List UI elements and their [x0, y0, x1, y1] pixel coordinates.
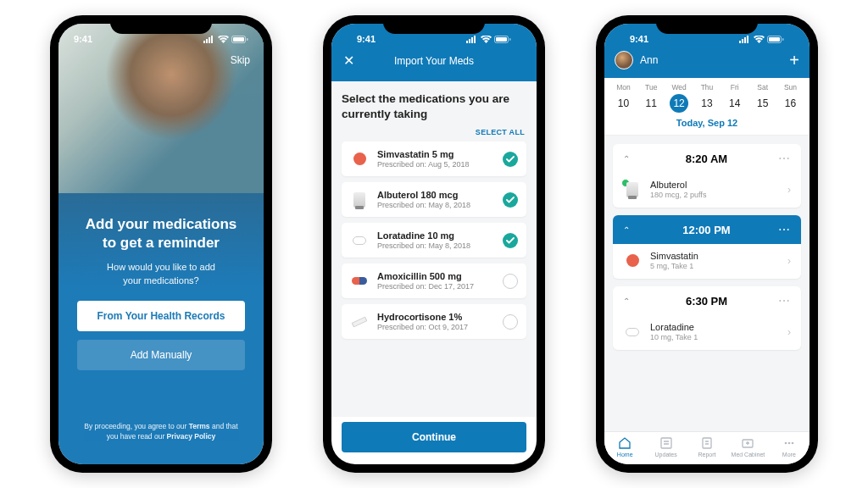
med-name: Loratadine 10 mg: [377, 230, 494, 241]
more-icon[interactable]: ⋯: [778, 294, 791, 308]
status-time: 9:41: [630, 34, 648, 44]
chevron-right-icon: ›: [787, 184, 791, 196]
signal-icon: [739, 36, 751, 43]
wifi-icon: [218, 36, 229, 43]
svg-rect-8: [469, 39, 470, 43]
user-profile[interactable]: Ann: [615, 51, 658, 69]
header-title: Import Your Meds: [394, 55, 474, 67]
svg-rect-9: [471, 37, 473, 43]
calendar-day[interactable]: Thu13: [695, 83, 719, 113]
tab-icon: [727, 436, 768, 450]
time-slot: ⌃12:00 PM⋯Simvastatin5 mg, Take 1›: [613, 215, 801, 279]
svg-rect-12: [496, 37, 507, 42]
tab-icon: [645, 436, 686, 450]
terms-link[interactable]: Terms: [189, 422, 210, 430]
add-icon[interactable]: +: [789, 52, 799, 69]
slot-time: 12:00 PM: [635, 224, 778, 236]
tab-report[interactable]: Report: [687, 436, 727, 458]
med-prescribed: Prescribed on: Oct 9, 2017: [377, 323, 494, 331]
select-all-button[interactable]: SELECT ALL: [343, 128, 525, 136]
calendar-day[interactable]: Mon10: [611, 83, 635, 113]
onboarding-title: Add your medications to get a reminder: [77, 215, 245, 252]
privacy-link[interactable]: Privacy Policy: [167, 432, 216, 441]
slot-header[interactable]: ⌃6:30 PM⋯: [613, 286, 801, 315]
phone-onboarding: 9:41 Skip Add your medications to get a …: [50, 15, 272, 473]
tab-more[interactable]: More: [769, 436, 810, 458]
close-icon[interactable]: ✕: [343, 54, 354, 68]
skip-button[interactable]: Skip: [231, 54, 250, 66]
slot-time: 8:20 AM: [635, 152, 778, 165]
tab-updates[interactable]: Updates: [645, 436, 686, 458]
med-prescribed: Prescribed on: May 8, 2018: [377, 201, 494, 209]
tab-label: More: [769, 452, 810, 458]
add-manually-button[interactable]: Add Manually: [77, 340, 245, 370]
med-name: Hydrocortisone 1%: [377, 312, 494, 322]
status-icons: [739, 36, 784, 43]
tab-icon: [687, 436, 727, 450]
tab-home[interactable]: Home: [604, 436, 645, 458]
select-checkbox[interactable]: [503, 192, 518, 208]
from-health-records-button[interactable]: From Your Health Records: [77, 301, 245, 331]
svg-rect-3: [211, 36, 213, 43]
select-checkbox[interactable]: [503, 274, 518, 289]
svg-rect-7: [466, 41, 468, 43]
chevron-right-icon: ›: [787, 255, 791, 267]
svg-rect-2: [209, 37, 210, 43]
user-name: Ann: [640, 54, 658, 66]
medication-row[interactable]: Amoxicillin 500 mgPrescribed on: Dec 17,…: [342, 263, 526, 298]
continue-button[interactable]: Continue: [342, 422, 526, 452]
med-icon: [623, 180, 642, 199]
med-name: Simvastatin: [650, 251, 779, 261]
calendar-day[interactable]: Sat15: [751, 83, 775, 113]
avatar: [615, 51, 633, 69]
slot-header[interactable]: ⌃8:20 AM⋯: [613, 144, 801, 173]
slot-medication[interactable]: Albuterol180 mcg, 2 puffs›: [613, 173, 801, 208]
medication-row[interactable]: Simvastatin 5 mgPrescribed on: Aug 5, 20…: [342, 141, 526, 176]
svg-point-26: [792, 442, 794, 445]
more-icon[interactable]: ⋯: [778, 223, 791, 236]
chevron-right-icon: ›: [787, 326, 791, 338]
status-time: 9:41: [357, 34, 376, 44]
notch: [383, 15, 485, 34]
svg-rect-19: [769, 37, 780, 42]
med-name: Amoxicillin 500 mg: [377, 271, 494, 281]
wifi-icon: [481, 36, 492, 43]
svg-rect-10: [474, 36, 476, 43]
med-prescribed: Prescribed on: Dec 17, 2017: [377, 282, 494, 291]
week-calendar: Mon10Tue11Wed12Thu13Fri14Sat15Sun16 Toda…: [604, 78, 810, 136]
calendar-day[interactable]: Sun16: [778, 83, 802, 113]
slot-medication[interactable]: Simvastatin5 mg, Take 1›: [613, 244, 801, 279]
calendar-day[interactable]: Fri14: [723, 83, 747, 113]
section-heading: Select the medications you are currently…: [342, 92, 526, 121]
slot-medication[interactable]: Loratadine10 mg, Take 1›: [613, 315, 801, 350]
calendar-day[interactable]: Tue11: [639, 83, 663, 113]
time-slot: ⌃8:20 AM⋯Albuterol180 mcg, 2 puffs›: [613, 144, 801, 208]
svg-rect-1: [206, 39, 208, 43]
med-icon: [350, 150, 369, 169]
medication-row[interactable]: Albuterol 180 mcgPrescribed on: May 8, 2…: [342, 182, 526, 217]
svg-point-24: [785, 442, 787, 445]
signal-icon: [466, 36, 478, 43]
tab-label: Report: [687, 452, 727, 458]
medication-row[interactable]: Hydrocortisone 1%Prescribed on: Oct 9, 2…: [342, 304, 526, 339]
slot-header[interactable]: ⌃12:00 PM⋯: [613, 215, 801, 244]
status-time: 9:41: [74, 34, 92, 44]
med-name: Albuterol 180 mcg: [377, 190, 494, 200]
slot-time: 6:30 PM: [635, 295, 778, 308]
tab-med-cabinet[interactable]: Med Cabinet: [727, 436, 768, 458]
med-icon: [350, 191, 369, 209]
legal-footer: By proceeding, you agree to our Terms an…: [58, 422, 264, 464]
select-checkbox[interactable]: [503, 233, 518, 248]
more-icon[interactable]: ⋯: [778, 152, 791, 165]
calendar-day[interactable]: Wed12: [667, 83, 691, 113]
select-checkbox[interactable]: [503, 314, 518, 330]
tab-label: Updates: [645, 452, 686, 458]
tab-bar: HomeUpdatesReportMed CabinetMore: [604, 431, 810, 464]
svg-rect-20: [782, 38, 784, 41]
phone-import-meds: 9:41 ✕ Import Your Meds Select the medic…: [323, 15, 545, 473]
med-icon: [623, 323, 642, 341]
medication-row[interactable]: Loratadine 10 mgPrescribed on: May 8, 20…: [342, 223, 526, 258]
svg-rect-6: [247, 38, 248, 41]
tab-label: Med Cabinet: [727, 452, 768, 458]
select-checkbox[interactable]: [503, 152, 518, 167]
